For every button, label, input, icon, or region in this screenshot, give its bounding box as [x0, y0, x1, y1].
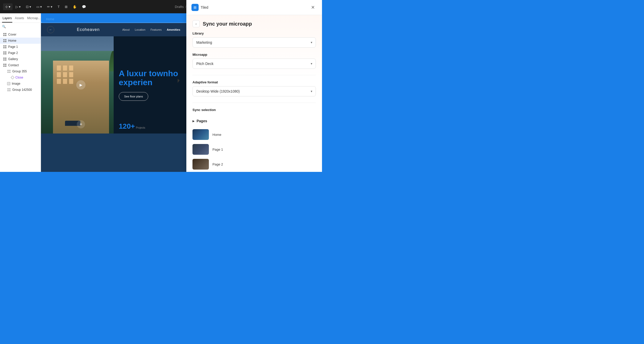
select-icon: ⊹ — [5, 5, 8, 9]
layer-page1-label: Page 1 — [8, 45, 18, 49]
layer-grid-icon — [3, 39, 7, 42]
preview-nav-links: About Location Features Amenities — [122, 28, 180, 31]
layer-item-image[interactable]: ⬜ Image — [0, 81, 41, 87]
sync-header: ‹ Sync your microapp — [186, 15, 322, 31]
page-item-2[interactable]: Page 2 — [192, 157, 316, 172]
microapp-label: Microapp — [192, 53, 316, 57]
nav-amenities[interactable]: Amenities — [167, 28, 180, 31]
tab-assets[interactable]: Assets — [14, 15, 25, 23]
select-tool-btn[interactable]: ⊹ ▾ — [3, 3, 13, 10]
modal-close-btn[interactable]: ✕ — [309, 4, 317, 11]
shape-tool-btn[interactable]: ▭ ▾ — [34, 3, 44, 10]
layer-item-page1[interactable]: Page 1 — [0, 44, 41, 50]
tiled-app-title: Tiled — [201, 5, 208, 9]
preview-logo: Ecoheaven — [77, 27, 100, 32]
layer-close-label: Close — [15, 76, 23, 79]
cta-button[interactable]: See floor plans — [119, 92, 148, 101]
sync-divider — [192, 75, 316, 75]
layer-item-contact[interactable]: Contact — [0, 62, 41, 68]
layer-group355-label: Group 355 — [12, 70, 27, 73]
sync-back-btn[interactable]: ‹ — [192, 20, 200, 27]
layer-grid-icon — [3, 63, 7, 67]
sync-selection-label: Sync selection — [192, 108, 316, 112]
layer-item-group355[interactable]: Group 355 — [0, 68, 41, 74]
hand-tool-btn[interactable]: ✋ — [71, 3, 79, 10]
layer-item-close[interactable]: Close — [0, 74, 41, 81]
plus-btn[interactable]: + — [77, 120, 85, 128]
comment-icon: 💬 — [82, 5, 86, 9]
pen-tool-btn[interactable]: ✏ ▾ — [45, 3, 55, 10]
layer-grid-icon — [3, 51, 7, 55]
library-select-wrapper: Marketing ▾ — [192, 37, 316, 48]
sync-panel: ⊞ Tiled ✕ ‹ Sync your microapp Library M… — [186, 0, 322, 172]
adaptive-format-select[interactable]: Desktop Wide (1920x1080) — [192, 86, 316, 96]
play-btn[interactable]: ▶ — [76, 80, 85, 90]
sync-content: ‹ Sync your microapp Library Marketing ▾… — [186, 15, 322, 172]
pen-icon: ✏ — [47, 5, 50, 9]
hand-icon: ✋ — [73, 5, 77, 9]
select-dropdown-arrow: ▾ — [9, 5, 10, 9]
page-thumb-2 — [192, 159, 209, 170]
tab-layers[interactable]: Layers — [2, 15, 12, 23]
layer-item-gallery[interactable]: Gallery — [0, 56, 41, 62]
canvas-frame-label: Home — [46, 17, 54, 21]
preview-hero-image: ▶ + — [41, 36, 121, 134]
layer-item-home[interactable]: Home — [0, 38, 41, 44]
canvas-frame: ← Ecoheaven About Location Features Amen… — [41, 23, 186, 172]
library-select[interactable]: Marketing — [192, 37, 316, 48]
layer-grid-small-icon — [7, 70, 11, 73]
search-icon: 🔍 — [2, 25, 6, 28]
nav-features[interactable]: Features — [151, 28, 162, 31]
text-icon: T — [58, 5, 60, 9]
nav-about[interactable]: About — [122, 28, 130, 31]
preview-hero: ▶ + A luxur townho experien See floor pl… — [41, 36, 186, 134]
pointer-dropdown-arrow: ▾ — [19, 5, 21, 9]
tiled-app-icon: ⊞ — [191, 4, 199, 11]
frame-tool-btn[interactable]: ⊡ ▾ — [24, 3, 33, 10]
layer-item-group142500[interactable]: Group 142500 — [0, 87, 41, 93]
stat-label: Projects — [136, 126, 145, 129]
tiled-icon-symbol: ⊞ — [194, 5, 197, 9]
layer-gallery-label: Gallery — [8, 57, 18, 61]
microapp-select[interactable]: Pitch Deck — [192, 59, 316, 69]
component-tool-btn[interactable]: ⊞ — [63, 3, 70, 10]
text-tool-btn[interactable]: T — [56, 3, 62, 10]
page-2-name: Page 2 — [212, 162, 223, 166]
nav-back-btn[interactable]: ← — [47, 26, 54, 33]
page-item-1[interactable]: Page 1 — [192, 142, 316, 157]
nav-location[interactable]: Location — [135, 28, 145, 31]
modal-header: ⊞ Tiled ✕ — [186, 0, 322, 15]
pages-title: Pages — [197, 119, 207, 123]
diamond-icon — [11, 76, 14, 79]
toolbar-left-tools: ⊹ ▾ ▷ ▾ ⊡ ▾ ▭ ▾ ✏ ▾ T ⊞ — [3, 3, 88, 10]
pages-header[interactable]: ▶ Pages — [192, 119, 316, 123]
preview-stats: 120+ Projects — [114, 119, 186, 134]
layer-page2-label: Page 2 — [8, 51, 18, 55]
editor-container: ⊹ ▾ ▷ ▾ ⊡ ▾ ▭ ▾ ✏ ▾ T ⊞ — [0, 0, 322, 172]
tiles-section: ▼ Tiles Get started Home BTN 🖼 — [186, 172, 322, 172]
frame-dropdown-arrow: ▾ — [29, 5, 31, 9]
layer-group142500-label: Group 142500 — [12, 88, 32, 92]
comment-tool-btn[interactable]: 💬 — [80, 3, 88, 10]
layer-home-label: Home — [8, 39, 16, 42]
adaptive-format-select-wrapper: Desktop Wide (1920x1080) ▾ — [192, 86, 316, 96]
sync-divider-2 — [192, 103, 316, 103]
left-panel: Layers Assets Microap... 🔍 Cover Home — [0, 13, 41, 172]
breadcrumb-drafts[interactable]: Drafts — [175, 5, 184, 9]
page-item-home[interactable]: Home — [192, 127, 316, 142]
page-home-name: Home — [212, 133, 221, 137]
frame-icon: ⊡ — [26, 5, 29, 9]
tab-microapp[interactable]: Microap... — [27, 15, 41, 23]
layer-image-label: Image — [12, 82, 20, 85]
preview-hero-text: A luxur townho experien See floor plans — [114, 36, 186, 134]
image-icon: ⬜ — [7, 82, 10, 85]
adaptive-format-section: Adaptive format Desktop Wide (1920x1080)… — [186, 80, 322, 102]
pages-section: ▶ Pages Home Page 1 Page 2 — [186, 119, 322, 172]
pointer-tool-btn[interactable]: ▷ ▾ — [14, 3, 23, 10]
layer-item-cover[interactable]: Cover — [0, 31, 41, 38]
adaptive-format-label: Adaptive format — [192, 80, 316, 84]
layer-grid-icon — [3, 45, 7, 49]
layer-item-page2[interactable]: Page 2 — [0, 50, 41, 56]
sync-title: Sync your microapp — [203, 21, 252, 27]
back-chevron-icon: ‹ — [196, 22, 197, 26]
